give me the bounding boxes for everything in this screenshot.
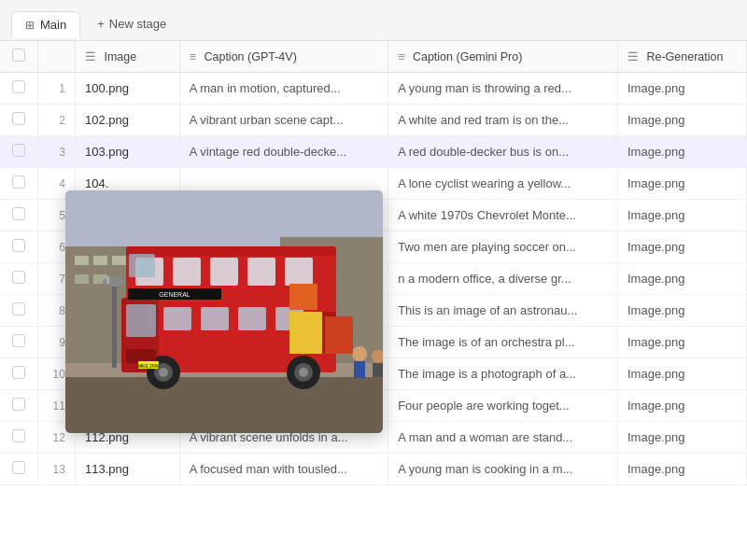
regen-col-icon: ☰ <box>627 50 639 63</box>
col-header-check <box>0 41 37 73</box>
image-col-icon: ☰ <box>85 50 96 63</box>
tab-main-label: Main <box>40 18 66 32</box>
row-regen: Image.png <box>617 295 746 327</box>
cap1-col-icon: ≡ <box>190 50 196 63</box>
row-checkbox[interactable] <box>12 398 25 411</box>
table-row[interactable]: 13113.pngA focused man with tousled...A … <box>0 454 747 485</box>
row-caption-gemini: n a modern office, a diverse gr... <box>388 263 618 295</box>
svg-point-30 <box>159 368 168 377</box>
row-checkbox-cell <box>0 73 37 105</box>
row-checkbox-cell <box>0 295 37 327</box>
row-caption-gemini: Four people are working toget... <box>388 390 618 422</box>
table-row[interactable]: 3103.pngA vintage red double-decke...A r… <box>0 136 747 168</box>
row-checkbox-cell <box>0 390 37 422</box>
row-caption-gemini: A lone cyclist wearing a yellow... <box>388 168 618 200</box>
image-col-label: Image <box>104 50 136 63</box>
row-caption-gemini: A white and red tram is on the... <box>388 105 618 136</box>
svg-point-33 <box>299 368 308 377</box>
row-regen: Image.png <box>617 73 746 105</box>
table-row[interactable]: 2102.pngA vibrant urban scene capt...A w… <box>0 105 747 136</box>
svg-rect-44 <box>325 316 353 354</box>
row-checkbox-cell <box>0 168 37 200</box>
row-image-name: 113.png <box>75 454 179 485</box>
svg-rect-26 <box>129 254 155 277</box>
row-caption-gemini: A young man is cooking in a m... <box>388 454 618 485</box>
tab-bar: ⊞ Main + New stage <box>0 0 747 41</box>
col-header-num <box>37 41 75 73</box>
row-checkbox[interactable] <box>12 429 25 442</box>
row-checkbox-cell <box>0 136 37 168</box>
svg-rect-10 <box>65 372 383 433</box>
cap1-col-label: Caption (GPT-4V) <box>204 50 296 63</box>
row-regen: Image.png <box>617 454 746 485</box>
svg-rect-22 <box>201 307 229 330</box>
row-number: 1 <box>37 73 75 105</box>
svg-rect-45 <box>289 284 317 310</box>
tab-main[interactable]: ⊞ Main <box>11 11 80 38</box>
row-checkbox-cell <box>0 454 37 485</box>
row-caption-gemini: A white 1970s Chevrolet Monte... <box>388 200 618 231</box>
row-checkbox[interactable] <box>12 334 25 347</box>
svg-rect-7 <box>112 256 126 265</box>
svg-rect-19 <box>247 258 275 286</box>
row-regen: Image.png <box>617 390 746 422</box>
row-regen: Image.png <box>617 422 746 454</box>
row-caption-gemini: The image is of an orchestra pl... <box>388 327 618 358</box>
svg-rect-46 <box>112 284 117 368</box>
row-checkbox[interactable] <box>12 302 25 315</box>
row-caption-gemini: A young man is throwing a red... <box>388 73 618 105</box>
row-checkbox[interactable] <box>12 144 25 157</box>
row-checkbox-cell <box>0 358 37 390</box>
grid-icon: ⊞ <box>25 19 35 32</box>
svg-rect-23 <box>238 307 266 330</box>
row-checkbox-cell <box>0 327 37 358</box>
row-regen: Image.png <box>617 327 746 358</box>
row-checkbox[interactable] <box>12 271 25 284</box>
svg-point-39 <box>352 346 367 361</box>
col-header-cap2[interactable]: ≡ Caption (Gemini Pro) <box>388 41 618 73</box>
row-caption-gemini: A red double-decker bus is on... <box>388 136 618 168</box>
svg-text:GENERAL: GENERAL <box>159 291 190 298</box>
row-checkbox[interactable] <box>12 239 25 252</box>
svg-rect-17 <box>173 258 201 286</box>
bus-scene: MKE 2NN GENERAL <box>65 190 383 433</box>
row-checkbox[interactable] <box>12 175 25 189</box>
new-stage-button[interactable]: + New stage <box>88 12 176 35</box>
col-header-regen[interactable]: ☰ Re-Generation <box>617 41 746 73</box>
svg-point-47 <box>103 277 125 287</box>
row-caption-gemini: A man and a woman are stand... <box>388 422 618 454</box>
col-header-cap1[interactable]: ≡ Caption (GPT-4V) <box>179 41 388 73</box>
regen-col-label: Re-Generation <box>646 50 723 63</box>
row-caption-gemini: Two men are playing soccer on... <box>388 231 618 263</box>
row-checkbox[interactable] <box>12 366 25 379</box>
row-caption-gpt4v: A vintage red double-decke... <box>179 136 388 168</box>
table-row[interactable]: 1100.pngA man in motion, captured...A yo… <box>0 73 747 105</box>
row-caption-gemini: The image is a photograph of a... <box>388 358 618 390</box>
row-image-name: 102.png <box>75 105 179 136</box>
row-checkbox[interactable] <box>12 80 25 93</box>
row-checkbox-cell <box>0 200 37 231</box>
svg-rect-40 <box>354 361 365 378</box>
svg-text:MKE 2NN: MKE 2NN <box>138 363 160 369</box>
row-regen: Image.png <box>617 105 746 136</box>
svg-rect-43 <box>289 312 322 354</box>
cap2-col-label: Caption (Gemini Pro) <box>413 50 522 63</box>
table-wrapper: ☰ Image ≡ Caption (GPT-4V) ≡ Caption (Ge… <box>0 41 747 560</box>
plus-icon: + <box>97 17 105 31</box>
row-checkbox[interactable] <box>12 112 25 125</box>
svg-rect-42 <box>373 363 383 377</box>
cap2-col-icon: ≡ <box>398 50 404 63</box>
row-checkbox[interactable] <box>12 207 25 220</box>
header-checkbox[interactable] <box>12 49 25 62</box>
svg-rect-5 <box>75 256 89 265</box>
row-regen: Image.png <box>617 136 746 168</box>
table-header-row: ☰ Image ≡ Caption (GPT-4V) ≡ Caption (Ge… <box>0 41 747 73</box>
row-checkbox[interactable] <box>12 461 25 474</box>
svg-rect-25 <box>126 304 156 337</box>
svg-rect-48 <box>106 276 109 284</box>
row-checkbox-cell <box>0 231 37 263</box>
col-header-image[interactable]: ☰ Image <box>75 41 179 73</box>
row-caption-gpt4v: A man in motion, captured... <box>179 73 388 105</box>
svg-rect-18 <box>210 258 238 286</box>
row-number: 2 <box>37 105 75 136</box>
